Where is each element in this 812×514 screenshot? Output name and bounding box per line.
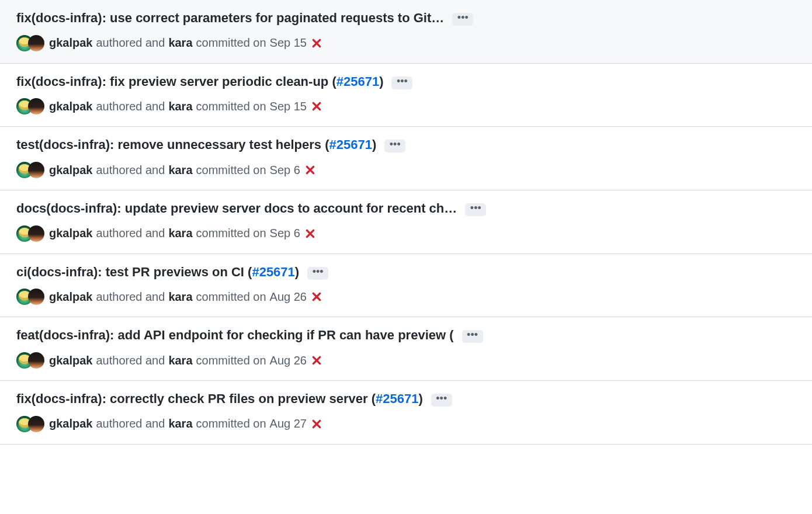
commit-meta: gkalpakauthored andkaracommitted onSep 6 bbox=[16, 162, 796, 178]
avatar-stack[interactable] bbox=[16, 98, 44, 114]
commit-meta: gkalpakauthored andkaracommitted onSep 1… bbox=[16, 35, 796, 51]
commit-meta-text: gkalpakauthored andkaracommitted onSep 6 bbox=[49, 227, 315, 240]
commit-meta: gkalpakauthored andkaracommitted onAug 2… bbox=[16, 289, 796, 305]
expand-commit-message-button[interactable]: ••• bbox=[391, 77, 412, 89]
avatar[interactable] bbox=[28, 98, 44, 114]
commit-meta-text: gkalpakauthored andkaracommitted onSep 6 bbox=[49, 164, 315, 177]
meta-text: committed on bbox=[196, 290, 266, 304]
meta-text: committed on bbox=[196, 354, 266, 367]
commit-meta-text: gkalpakauthored andkaracommitted onAug 2… bbox=[49, 290, 322, 304]
author-link[interactable]: gkalpak bbox=[49, 227, 92, 240]
meta-text: authored and bbox=[96, 36, 165, 50]
committer-link[interactable]: kara bbox=[168, 290, 192, 304]
committer-link[interactable]: kara bbox=[168, 36, 192, 50]
meta-text: committed on bbox=[196, 100, 266, 113]
committer-link[interactable]: kara bbox=[168, 227, 192, 240]
status-failure-icon[interactable] bbox=[311, 419, 322, 429]
commit-title[interactable]: fix(docs-infra): fix preview server peri… bbox=[16, 73, 383, 91]
status-failure-icon[interactable] bbox=[311, 291, 322, 302]
commit-meta-text: gkalpakauthored andkaracommitted onSep 1… bbox=[49, 100, 322, 113]
author-link[interactable]: gkalpak bbox=[49, 100, 92, 113]
commit-title-post: ) bbox=[295, 265, 299, 279]
avatar[interactable] bbox=[28, 416, 44, 432]
author-link[interactable]: gkalpak bbox=[49, 164, 92, 177]
issue-link[interactable]: #25671 bbox=[329, 137, 372, 152]
status-failure-icon[interactable] bbox=[311, 101, 322, 112]
commit-title[interactable]: fix(docs-infra): use correct parameters … bbox=[16, 9, 444, 27]
commit-item: ci(docs-infra): test PR previews on CI (… bbox=[0, 254, 812, 318]
commit-title-row: ci(docs-infra): test PR previews on CI (… bbox=[16, 263, 796, 281]
commit-meta: gkalpakauthored andkaracommitted onSep 1… bbox=[16, 98, 796, 114]
committer-link[interactable]: kara bbox=[168, 354, 192, 367]
commit-title-row: docs(docs-infra): update preview server … bbox=[16, 200, 796, 217]
avatar-stack[interactable] bbox=[16, 225, 44, 242]
expand-commit-message-button[interactable]: ••• bbox=[452, 13, 473, 26]
commit-title[interactable]: docs(docs-infra): update preview server … bbox=[16, 200, 457, 217]
meta-text: committed on bbox=[196, 164, 266, 177]
meta-text: authored and bbox=[96, 417, 165, 430]
avatar[interactable] bbox=[28, 352, 44, 369]
avatar-stack[interactable] bbox=[16, 162, 44, 178]
issue-link[interactable]: #25671 bbox=[336, 74, 379, 89]
expand-commit-message-button[interactable]: ••• bbox=[465, 203, 486, 216]
avatar[interactable] bbox=[28, 35, 44, 51]
commit-title-text: docs(docs-infra): update preview server … bbox=[16, 201, 457, 216]
author-link[interactable]: gkalpak bbox=[49, 354, 92, 367]
avatar-stack[interactable] bbox=[16, 35, 44, 51]
commit-title[interactable]: feat(docs-infra): add API endpoint for c… bbox=[16, 327, 454, 344]
committer-link[interactable]: kara bbox=[168, 164, 192, 177]
commit-title-post: ) bbox=[379, 74, 383, 89]
meta-text: authored and bbox=[96, 164, 165, 177]
author-link[interactable]: gkalpak bbox=[49, 417, 92, 430]
status-failure-icon[interactable] bbox=[311, 38, 322, 48]
issue-link[interactable]: #25671 bbox=[376, 391, 418, 406]
commit-item: fix(docs-infra): fix preview server peri… bbox=[0, 64, 812, 127]
commit-title[interactable]: test(docs-infra): remove unnecessary tes… bbox=[16, 136, 376, 154]
commit-date: Sep 15 bbox=[270, 36, 307, 50]
commit-meta-text: gkalpakauthored andkaracommitted onAug 2… bbox=[49, 417, 322, 430]
avatar[interactable] bbox=[28, 225, 44, 242]
status-failure-icon[interactable] bbox=[305, 165, 315, 175]
author-link[interactable]: gkalpak bbox=[49, 290, 92, 304]
avatar-stack[interactable] bbox=[16, 289, 44, 305]
meta-text: committed on bbox=[196, 36, 266, 50]
commit-date: Sep 15 bbox=[270, 100, 307, 113]
commit-title[interactable]: fix(docs-infra): correctly check PR file… bbox=[16, 390, 423, 408]
meta-text: authored and bbox=[96, 354, 165, 367]
expand-commit-message-button[interactable]: ••• bbox=[307, 267, 328, 280]
commit-title-row: test(docs-infra): remove unnecessary tes… bbox=[16, 136, 796, 154]
commit-date: Aug 26 bbox=[270, 354, 307, 367]
meta-text: authored and bbox=[96, 290, 165, 304]
commit-meta: gkalpakauthored andkaracommitted onAug 2… bbox=[16, 352, 796, 369]
commit-title-post: ) bbox=[418, 391, 422, 406]
meta-text: authored and bbox=[96, 227, 165, 240]
commit-date: Sep 6 bbox=[270, 227, 300, 240]
status-failure-icon[interactable] bbox=[311, 355, 322, 366]
expand-commit-message-button[interactable]: ••• bbox=[431, 394, 452, 407]
commit-date: Sep 6 bbox=[270, 164, 300, 177]
status-failure-icon[interactable] bbox=[305, 228, 315, 239]
committer-link[interactable]: kara bbox=[168, 100, 192, 113]
commit-title[interactable]: ci(docs-infra): test PR previews on CI (… bbox=[16, 263, 299, 281]
author-link[interactable]: gkalpak bbox=[49, 36, 92, 50]
commit-meta: gkalpakauthored andkaracommitted onSep 6 bbox=[16, 225, 796, 242]
committer-link[interactable]: kara bbox=[168, 417, 192, 430]
commit-title-row: fix(docs-infra): fix preview server peri… bbox=[16, 73, 796, 91]
commit-meta-text: gkalpakauthored andkaracommitted onAug 2… bbox=[49, 354, 322, 367]
avatar-stack[interactable] bbox=[16, 416, 44, 432]
commit-title-text: fix(docs-infra): correctly check PR file… bbox=[16, 391, 376, 406]
commit-date: Aug 26 bbox=[270, 290, 307, 304]
commit-item: docs(docs-infra): update preview server … bbox=[0, 190, 812, 254]
avatar[interactable] bbox=[28, 162, 44, 178]
commit-title-row: fix(docs-infra): use correct parameters … bbox=[16, 9, 796, 27]
commit-item: fix(docs-infra): correctly check PR file… bbox=[0, 381, 812, 444]
meta-text: committed on bbox=[196, 227, 266, 240]
avatar-stack[interactable] bbox=[16, 352, 44, 369]
commit-item: test(docs-infra): remove unnecessary tes… bbox=[0, 127, 812, 190]
issue-link[interactable]: #25671 bbox=[252, 265, 294, 279]
expand-commit-message-button[interactable]: ••• bbox=[462, 330, 483, 343]
avatar[interactable] bbox=[28, 289, 44, 305]
expand-commit-message-button[interactable]: ••• bbox=[384, 140, 405, 152]
commit-title-text: fix(docs-infra): fix preview server peri… bbox=[16, 74, 336, 89]
commit-title-text: feat(docs-infra): add API endpoint for c… bbox=[16, 328, 454, 342]
